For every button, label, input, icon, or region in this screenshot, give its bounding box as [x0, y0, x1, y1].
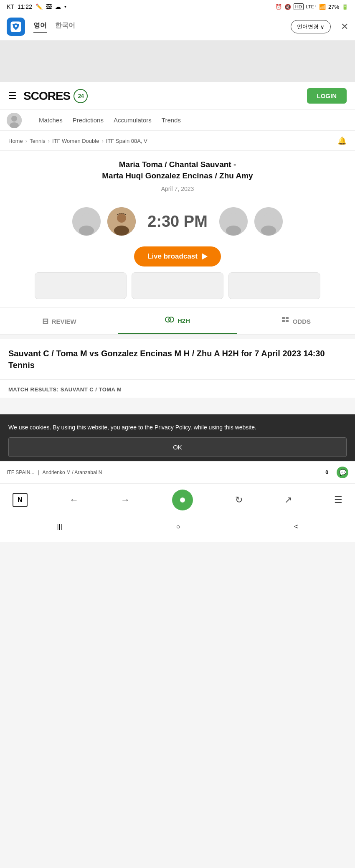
match-title: Maria Toma / Chantal Sauvant -Marta Huqi…: [8, 159, 347, 181]
image-icon: 🖼: [46, 3, 52, 10]
tab-h2h[interactable]: H2H: [118, 308, 236, 334]
svg-rect-19: [286, 317, 289, 319]
sponsor-card-1: [35, 272, 127, 299]
match-time: 2:30 PM: [147, 213, 208, 231]
home-button[interactable]: [172, 490, 193, 510]
cloud-icon: ☁: [55, 3, 61, 10]
lang-english[interactable]: 영어: [33, 21, 47, 33]
sys-circle: ○: [176, 523, 180, 530]
svg-point-9: [114, 226, 129, 236]
svg-point-11: [228, 213, 238, 223]
privacy-policy-link[interactable]: Privacy Policy.: [155, 424, 192, 431]
player3-avatar: [219, 207, 248, 236]
cookie-text: We use cookies. By using this website, y…: [8, 423, 347, 432]
chevron-down-icon: ∨: [320, 24, 325, 30]
back-icon[interactable]: ←: [69, 495, 79, 505]
svg-rect-21: [286, 320, 289, 322]
hamburger-icon[interactable]: ☰: [8, 91, 17, 102]
breadcrumb-sep2: ›: [48, 138, 50, 144]
lang-korean[interactable]: 한국어: [55, 21, 75, 33]
n-button[interactable]: N: [13, 493, 28, 507]
svg-point-6: [79, 226, 94, 236]
svg-point-14: [264, 213, 274, 223]
svg-point-12: [226, 226, 241, 236]
nav-divider: [27, 114, 27, 127]
alarm-icon: ⏰: [275, 4, 282, 10]
breadcrumb-sep1: ›: [25, 138, 27, 144]
ad-banner: [0, 41, 355, 82]
svg-point-15: [261, 226, 276, 236]
bottom-players: Andrienko M / Aranzabal N: [43, 470, 102, 475]
svg-point-5: [81, 213, 91, 223]
bottom-separator: |: [38, 470, 39, 475]
bell-icon[interactable]: 🔔: [337, 136, 347, 145]
h2h-title: Sauvant C / Toma M vs Gonzalez Encinas M…: [8, 348, 347, 371]
bottom-nav: N ← → ↻ ↗ ☰: [0, 483, 355, 516]
breadcrumb-sep3: ›: [101, 138, 103, 144]
odds-icon: [281, 316, 289, 327]
svg-rect-18: [282, 317, 285, 319]
breadcrumb: Home › Tennis › ITF Women Double › ITF S…: [0, 131, 355, 151]
svg-point-2: [11, 116, 17, 122]
players-row: 2:30 PM: [0, 201, 355, 240]
svg-point-17: [169, 317, 174, 322]
breadcrumb-category[interactable]: ITF Women Double: [52, 138, 99, 144]
sponsor-row: [0, 268, 355, 307]
status-bar: KT 11:22 ✏️ 🖼 ☁ • ⏰ 🔇 HD LTE⁺ 📶 27% 🔋: [0, 0, 355, 13]
dot: •: [64, 3, 66, 10]
bottom-tournament: ITF SPAIN...: [7, 470, 34, 475]
match-date: April 7, 2023: [8, 185, 347, 192]
player2-photo: [107, 207, 136, 236]
breadcrumb-home[interactable]: Home: [8, 138, 23, 144]
refresh-icon[interactable]: ↻: [235, 495, 243, 505]
bottom-match-bar: ITF SPAIN... | Andrienko M / Aranzabal N…: [0, 461, 355, 483]
signal-icon: 📶: [319, 4, 326, 10]
site-header: ☰ SCORES 24 LOGIN: [0, 82, 355, 110]
hd-icon: HD: [294, 3, 304, 10]
nav-bar: Matches Predictions Accumulators Trends: [0, 110, 355, 131]
live-broadcast-label: Live broadcast: [147, 252, 198, 261]
nav-item-accumulators[interactable]: Accumulators: [109, 110, 157, 130]
play-icon: [202, 253, 208, 260]
sys-nav: ||| ○ <: [0, 516, 355, 542]
bottom-score: 0: [325, 470, 328, 475]
tabs-row: ⊟ REVIEW H2H ODDS: [0, 307, 355, 335]
nav-item-trends[interactable]: Trends: [157, 110, 186, 130]
h2h-title-section: Sauvant C / Toma M vs Gonzalez Encinas M…: [0, 339, 355, 379]
share-icon[interactable]: ↗: [284, 495, 292, 505]
svg-point-8: [117, 213, 126, 223]
match-section: Maria Toma / Chantal Sauvant -Marta Huqi…: [0, 151, 355, 201]
live-broadcast-button[interactable]: Live broadcast: [134, 246, 221, 266]
breadcrumb-tennis[interactable]: Tennis: [30, 138, 46, 144]
home-dot: [180, 497, 185, 503]
svg-rect-20: [282, 320, 285, 322]
cookie-ok-button[interactable]: OK: [8, 437, 347, 457]
battery: 27%: [328, 4, 339, 10]
mute-icon: 🔇: [284, 4, 291, 10]
lte-icon: LTE⁺: [306, 4, 317, 10]
battery-icon: 🔋: [342, 4, 348, 10]
player4-avatar: [254, 207, 283, 236]
player1-avatar: [72, 207, 101, 236]
nav-item-matches[interactable]: Matches: [34, 110, 68, 130]
match-results-label: MATCH RESULTS: SAUVANT C / TOMA M: [0, 379, 355, 398]
forward-icon[interactable]: →: [121, 495, 130, 505]
close-button[interactable]: ✕: [341, 21, 348, 32]
edit-icon: ✏️: [36, 3, 43, 10]
review-icon: ⊟: [42, 317, 48, 326]
tab-review[interactable]: ⊟ REVIEW: [0, 308, 118, 334]
chat-icon[interactable]: 💬: [337, 467, 348, 478]
app-logo: [7, 18, 25, 36]
nav-item-predictions[interactable]: Predictions: [68, 110, 109, 130]
menu-icon[interactable]: ☰: [334, 495, 342, 505]
tab-odds[interactable]: ODDS: [237, 308, 355, 334]
login-button[interactable]: LOGIN: [307, 88, 347, 104]
lang-change-button[interactable]: 언어변경 ∨: [291, 20, 331, 33]
sys-lines: |||: [57, 523, 62, 530]
sponsor-card-3: [228, 272, 320, 299]
breadcrumb-tournament: ITF Spain 08A, V: [106, 138, 147, 144]
time: 11:22: [18, 3, 32, 10]
lang-bar: 영어 한국어 언어변경 ∨ ✕: [0, 13, 355, 41]
sys-back: <: [294, 523, 298, 530]
nav-avatar: [7, 113, 22, 128]
